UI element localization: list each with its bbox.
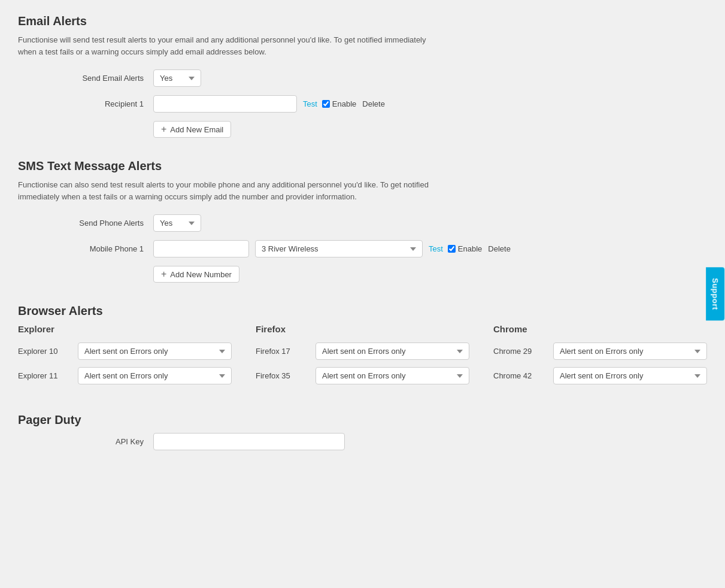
firefox-35-label: Firefox 35 — [256, 371, 310, 380]
email-enable-group: Enable — [322, 99, 362, 108]
sms-enable-label: Enable — [458, 244, 482, 253]
recipient-label: Recipient 1 — [54, 99, 144, 108]
firefox-col-title: Firefox — [256, 324, 469, 334]
pager-duty-title: Pager Duty — [18, 413, 707, 427]
add-number-label: Add New Number — [170, 270, 232, 279]
chrome-42-select[interactable]: Alert sent on Errors only Alert sent on … — [553, 367, 707, 384]
recipient-row: Recipient 1 Test Enable Delete — [18, 95, 707, 113]
sms-alerts-description: Functionise can also send test result al… — [18, 179, 437, 202]
email-enable-checkbox[interactable] — [322, 100, 330, 108]
explorer-10-label: Explorer 10 — [18, 347, 72, 356]
browser-grid: Explorer Explorer 10 Alert sent on Error… — [18, 324, 707, 392]
chrome-42-label: Chrome 42 — [493, 371, 547, 380]
add-new-email-button[interactable]: + Add New Email — [153, 121, 231, 138]
add-new-number-button[interactable]: + Add New Number — [153, 266, 239, 283]
explorer-11-select[interactable]: Alert sent on Errors only Alert sent on … — [78, 367, 232, 384]
support-tab[interactable]: Support — [706, 267, 724, 320]
provider-select[interactable]: 3 River Wireless AT&T Verizon T-Mobile S… — [255, 240, 423, 257]
email-enable-label: Enable — [332, 99, 356, 108]
recipient-input[interactable] — [153, 95, 297, 113]
browser-alerts-title: Browser Alerts — [18, 304, 707, 318]
email-delete-label[interactable]: Delete — [362, 99, 385, 108]
sms-test-link[interactable]: Test — [429, 244, 443, 253]
add-plus-icon-sms: + — [161, 269, 166, 279]
send-email-select[interactable]: Yes No — [153, 69, 201, 87]
send-email-label: Send Email Alerts — [54, 74, 144, 83]
email-alerts-title: Email Alerts — [18, 14, 707, 28]
phone-label: Mobile Phone 1 — [54, 244, 144, 253]
add-email-row: + Add New Email — [18, 121, 707, 138]
send-phone-row: Send Phone Alerts Yes No — [18, 214, 707, 232]
email-test-link[interactable]: Test — [303, 99, 317, 108]
sms-delete-label[interactable]: Delete — [488, 244, 511, 253]
email-alerts-description: Functionise will send test result alerts… — [18, 34, 437, 57]
api-key-row: API Key — [18, 433, 707, 450]
chrome-col-title: Chrome — [493, 324, 707, 334]
explorer-11-row: Explorer 11 Alert sent on Errors only Al… — [18, 367, 232, 384]
firefox-17-label: Firefox 17 — [256, 347, 310, 356]
browser-alerts-section: Browser Alerts Explorer Explorer 10 Aler… — [18, 304, 707, 392]
send-phone-label: Send Phone Alerts — [54, 219, 144, 228]
firefox-17-select[interactable]: Alert sent on Errors only Alert sent on … — [316, 343, 469, 360]
send-email-row: Send Email Alerts Yes No — [18, 69, 707, 87]
explorer-column: Explorer Explorer 10 Alert sent on Error… — [18, 324, 232, 392]
send-phone-select[interactable]: Yes No — [153, 214, 201, 232]
api-key-label: API Key — [54, 437, 144, 446]
firefox-17-row: Firefox 17 Alert sent on Errors only Ale… — [256, 343, 469, 360]
firefox-column: Firefox Firefox 17 Alert sent on Errors … — [256, 324, 469, 392]
chrome-42-row: Chrome 42 Alert sent on Errors only Aler… — [493, 367, 707, 384]
chrome-29-select[interactable]: Alert sent on Errors only Alert sent on … — [553, 343, 707, 360]
sms-enable-group: Enable — [448, 244, 488, 253]
add-plus-icon: + — [161, 125, 166, 134]
phone-row: Mobile Phone 1 3 River Wireless AT&T Ver… — [18, 240, 707, 257]
api-key-input[interactable] — [153, 433, 345, 450]
explorer-col-title: Explorer — [18, 324, 232, 334]
chrome-column: Chrome Chrome 29 Alert sent on Errors on… — [493, 324, 707, 392]
email-alerts-section: Email Alerts Functionise will send test … — [18, 14, 707, 138]
add-phone-row: + Add New Number — [18, 266, 707, 283]
sms-alerts-section: SMS Text Message Alerts Functionise can … — [18, 159, 707, 283]
firefox-35-select[interactable]: Alert sent on Errors only Alert sent on … — [316, 367, 469, 384]
phone-input[interactable] — [153, 240, 249, 257]
pager-duty-section: Pager Duty API Key — [18, 413, 707, 450]
sms-alerts-title: SMS Text Message Alerts — [18, 159, 707, 173]
explorer-10-select[interactable]: Alert sent on Errors only Alert sent on … — [78, 343, 232, 360]
chrome-29-row: Chrome 29 Alert sent on Errors only Aler… — [493, 343, 707, 360]
chrome-29-label: Chrome 29 — [493, 347, 547, 356]
firefox-35-row: Firefox 35 Alert sent on Errors only Ale… — [256, 367, 469, 384]
page-wrapper: Email Alerts Functionise will send test … — [0, 0, 725, 588]
explorer-11-label: Explorer 11 — [18, 371, 72, 380]
add-email-label: Add New Email — [170, 125, 223, 134]
sms-enable-checkbox[interactable] — [448, 245, 456, 253]
explorer-10-row: Explorer 10 Alert sent on Errors only Al… — [18, 343, 232, 360]
